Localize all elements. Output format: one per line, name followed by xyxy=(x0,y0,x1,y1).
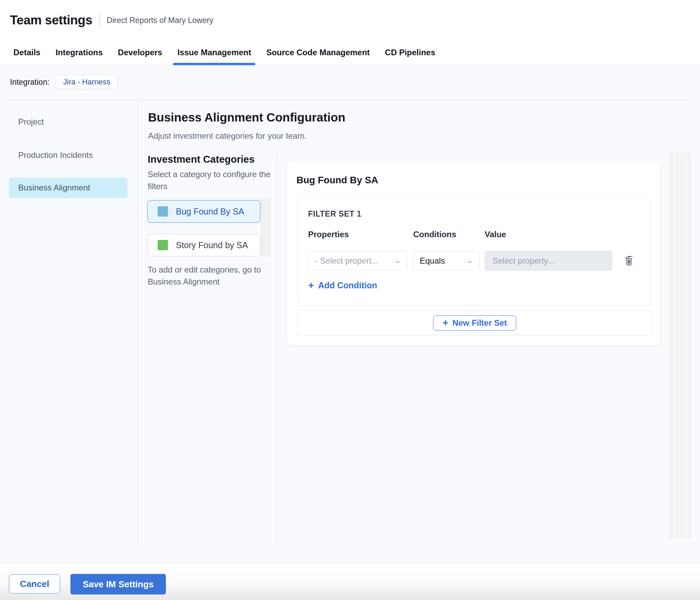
chevron-down-icon xyxy=(467,256,472,266)
categories-divider xyxy=(276,153,277,549)
footer-bar: Cancel Save IM Settings xyxy=(0,563,700,600)
section-title: Business Alignment Configuration xyxy=(148,111,345,124)
panel-scrollbar[interactable] xyxy=(670,153,679,539)
condition-select-value: Equals xyxy=(420,256,445,266)
horizontal-divider xyxy=(9,100,691,101)
new-filter-set-button[interactable]: + New Filter Set xyxy=(433,315,516,331)
plus-icon: + xyxy=(308,280,314,290)
new-filter-set-label: New Filter Set xyxy=(452,318,507,328)
value-column-header: Value xyxy=(485,230,506,239)
chevron-down-icon xyxy=(395,256,400,266)
tab-details[interactable]: Details xyxy=(13,40,41,65)
investment-categories-title: Investment Categories xyxy=(148,154,255,165)
integration-label: Integration: xyxy=(10,78,49,87)
investment-categories-description: Select a category to configure the filte… xyxy=(148,168,271,192)
category-bug-found-by-sa[interactable]: Bug Found By SA xyxy=(147,200,260,223)
filter-set: FILTER SET 1 Properties Conditions Value… xyxy=(297,198,650,306)
cancel-button[interactable]: Cancel xyxy=(9,574,60,593)
bug-category-swatch-icon xyxy=(158,206,168,217)
category-label: Story Found by SA xyxy=(176,240,248,250)
save-im-settings-button[interactable]: Save IM Settings xyxy=(70,574,166,595)
sidebar-item-business-alignment[interactable]: Business Alignment xyxy=(9,177,127,198)
tab-integrations[interactable]: Integrations xyxy=(56,40,103,65)
category-list-scrollbar[interactable] xyxy=(261,198,271,257)
settings-tabbar: Details Integrations Developers Issue Ma… xyxy=(0,40,700,65)
page-scrollbar[interactable] xyxy=(681,153,690,539)
condition-select[interactable]: Equals xyxy=(413,251,479,271)
delete-condition-button[interactable] xyxy=(622,252,636,269)
property-select[interactable]: - Select propert... xyxy=(308,251,407,271)
new-filter-set-zone: + New Filter Set xyxy=(297,310,652,335)
filter-card-title: Bug Found By SA xyxy=(296,175,378,186)
properties-column-header: Properties xyxy=(308,230,349,239)
sidebar-item-project[interactable]: Project xyxy=(18,117,44,127)
category-label: Bug Found By SA xyxy=(176,207,244,217)
tab-cd-pipelines[interactable]: CD Pipelines xyxy=(385,40,436,65)
team-settings-page: Team settings Direct Reports of Mary Low… xyxy=(0,0,700,600)
sidebar-item-production-incidents[interactable]: Production Incidents xyxy=(18,150,93,160)
tab-issue-management[interactable]: Issue Management xyxy=(177,40,251,65)
tab-developers[interactable]: Developers xyxy=(118,40,162,65)
property-select-placeholder: - Select propert... xyxy=(315,256,378,266)
integration-chip[interactable]: Jira - Harness xyxy=(56,75,118,89)
category-story-found-by-sa[interactable]: Story Found by SA xyxy=(147,234,260,256)
page-title: Team settings xyxy=(10,13,92,27)
filter-config-card: Bug Found By SA FILTER SET 1 Properties … xyxy=(287,162,660,345)
add-condition-button[interactable]: + Add Condition xyxy=(308,280,377,290)
tab-source-code-management[interactable]: Source Code Management xyxy=(266,40,370,65)
content-area: Integration: Jira - Harness Project Prod… xyxy=(0,65,700,563)
value-input[interactable] xyxy=(485,251,612,271)
trash-icon xyxy=(623,254,634,268)
categories-note: To add or edit categories, go to Busines… xyxy=(148,264,271,288)
section-subtitle: Adjust investment categories for your te… xyxy=(148,131,307,141)
add-condition-label: Add Condition xyxy=(318,280,377,290)
sidebar-divider xyxy=(137,101,138,550)
page-header: Team settings Direct Reports of Mary Low… xyxy=(0,0,700,40)
integration-row: Integration: Jira - Harness xyxy=(10,75,118,89)
plus-icon: + xyxy=(442,318,448,328)
story-category-swatch-icon xyxy=(158,240,168,250)
page-subtitle: Direct Reports of Mary Lowery xyxy=(99,13,214,27)
conditions-column-header: Conditions xyxy=(413,230,456,239)
filter-set-title: FILTER SET 1 xyxy=(308,209,361,219)
